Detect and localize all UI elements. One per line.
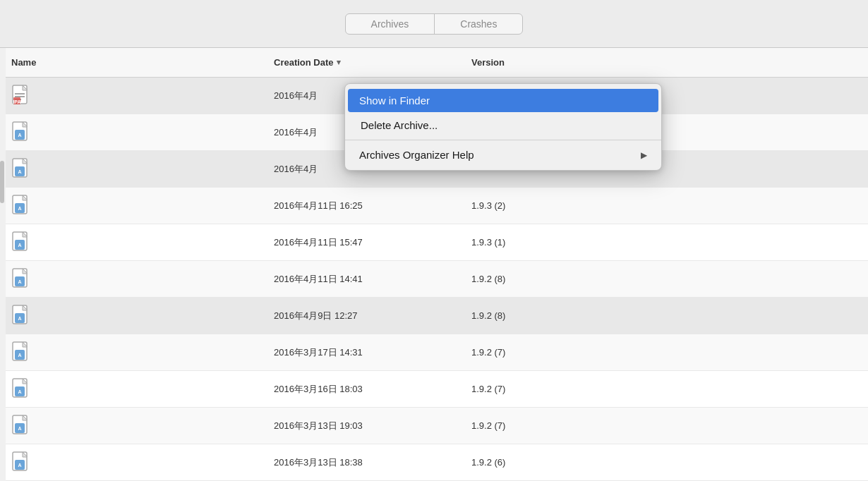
row-version-cell: 1.9.2 (7) <box>471 384 868 394</box>
svg-text:A: A <box>18 169 21 174</box>
row-icon-cell: A <box>6 378 274 401</box>
svg-text:A: A <box>18 316 21 321</box>
row-icon-cell: A <box>6 305 274 327</box>
table-row[interactable]: A 2016年4月11日 15:47 1.9.3 (1) <box>0 224 868 261</box>
column-date-header[interactable]: Creation Date ▾ <box>274 57 471 68</box>
row-icon-cell: A <box>6 195 274 217</box>
app-archive-icon: A <box>11 195 31 217</box>
row-icon-cell: A <box>6 268 274 291</box>
table-row[interactable]: A 2016年4月11日 16:25 1.9.3 (2) <box>0 188 868 224</box>
table-row[interactable]: A 2016年3月17日 14:31 1.9.2 (7) <box>0 334 868 371</box>
app-archive-icon: A <box>11 415 31 437</box>
menu-separator <box>345 140 661 140</box>
row-version-cell: 1.9.2 (6) <box>471 457 868 468</box>
row-icon-cell: A <box>6 231 274 254</box>
table-row[interactable]: A 2016年4月11日 14:41 1.9.2 (8) <box>0 261 868 298</box>
row-date-cell: 2016年3月17日 14:31 <box>274 346 471 359</box>
menu-item-show-in-finder[interactable]: Show in Finder <box>348 89 658 112</box>
row-date-cell: 2016年4月11日 14:41 <box>274 273 471 286</box>
row-date-cell: 2016年3月13日 18:38 <box>274 456 471 469</box>
app-archive-icon: A <box>11 378 31 401</box>
submenu-arrow-icon: ▶ <box>641 150 647 160</box>
table-header: Name Creation Date ▾ Version <box>0 48 868 78</box>
row-date-cell: 2016年4月9日 12:27 <box>274 310 471 322</box>
menu-item-archives-organizer-help[interactable]: Archives Organizer Help ▶ <box>345 143 661 166</box>
app-archive-icon: A <box>11 268 31 291</box>
tab-group: Archives Crashes <box>345 13 524 35</box>
app-archive-icon: A <box>11 231 31 254</box>
row-date-cell: 2016年4月11日 16:25 <box>274 200 471 212</box>
svg-text:A: A <box>18 279 21 284</box>
left-sidebar <box>0 48 6 481</box>
row-icon-cell: A <box>6 415 274 437</box>
app-archive-icon: A <box>11 451 31 474</box>
svg-text:A: A <box>18 206 21 211</box>
app-archive-icon: A <box>11 121 31 144</box>
row-icon-cell: A <box>6 121 274 144</box>
svg-text:A: A <box>18 463 21 468</box>
app-archive-icon: A <box>11 341 31 364</box>
row-date-cell: 2016年4月11日 15:47 <box>274 236 471 249</box>
table-row[interactable]: A 2016年3月13日 18:38 1.9.2 (6) <box>0 444 868 481</box>
archives-tab[interactable]: Archives <box>346 14 435 34</box>
crashes-tab[interactable]: Crashes <box>435 14 522 34</box>
row-version-cell: 1.9.3 (1) <box>471 237 868 248</box>
table-row[interactable]: A 2016年4月9日 12:27 1.9.2 (8) <box>0 298 868 334</box>
table-row[interactable]: A 2016年3月16日 18:03 1.9.2 (7) <box>0 371 868 408</box>
doc-file-icon: IPA <box>11 85 31 107</box>
column-name-header: Name <box>6 57 274 68</box>
row-icon-cell: A <box>6 158 274 181</box>
row-version-cell: 1.9.2 (8) <box>471 274 868 284</box>
svg-text:IPA: IPA <box>13 99 20 104</box>
row-version-cell: 1.9.2 (7) <box>471 347 868 358</box>
app-archive-icon: A <box>11 305 31 327</box>
row-date-cell: 2016年3月16日 18:03 <box>274 383 471 396</box>
svg-text:A: A <box>18 133 21 138</box>
scrollbar-thumb[interactable] <box>0 161 4 203</box>
svg-text:A: A <box>18 389 21 394</box>
sort-arrow-icon: ▾ <box>337 58 341 67</box>
row-version-cell: 1.9.2 (7) <box>471 420 868 431</box>
row-date-cell: 2016年3月13日 19:03 <box>274 420 471 432</box>
row-icon-cell: A <box>6 341 274 364</box>
svg-text:A: A <box>18 426 21 431</box>
column-version-header: Version <box>471 57 868 68</box>
app-archive-icon: A <box>11 158 31 181</box>
top-bar: Archives Crashes <box>0 0 868 48</box>
svg-text:A: A <box>18 353 21 358</box>
menu-item-delete-archive[interactable]: Delete Archive... <box>345 114 661 137</box>
row-version-cell: 1.9.2 (8) <box>471 310 868 321</box>
row-icon-cell: IPA <box>6 85 274 107</box>
svg-text:A: A <box>18 243 21 248</box>
row-version-cell: 1.9.3 (2) <box>471 200 868 211</box>
table-row[interactable]: A 2016年3月13日 19:03 1.9.2 (7) <box>0 408 868 444</box>
context-menu: Show in Finder Delete Archive... Archive… <box>344 83 662 171</box>
row-icon-cell: A <box>6 451 274 474</box>
